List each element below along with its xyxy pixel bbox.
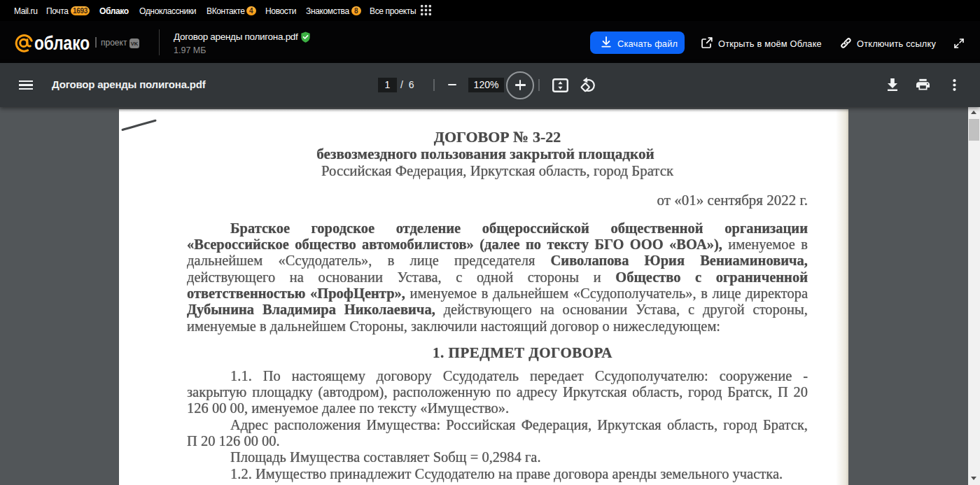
svg-text:облако: облако [34,33,90,54]
svg-text:VK: VK [131,41,139,47]
